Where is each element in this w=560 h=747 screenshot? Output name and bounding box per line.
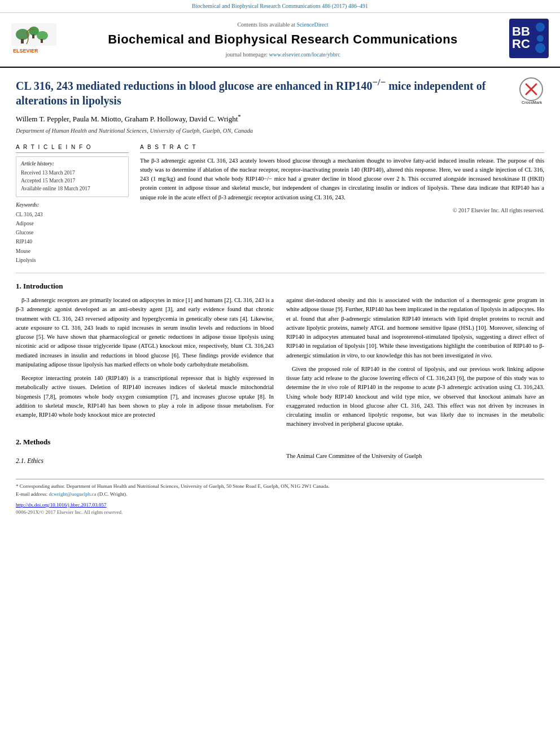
- email-name: (D.C. Wright).: [98, 491, 127, 497]
- methods-ethics-text: The Animal Care Committee of the Univers…: [286, 452, 544, 461]
- keywords-block: Keywords: CL 316, 243 Adipose Glucose RI…: [16, 202, 129, 265]
- received-date: Received 13 March 2017: [21, 169, 124, 177]
- author-asterisk: *: [238, 113, 240, 120]
- doi-line: http://dx.doi.org/10.1016/j.bbrc.2017.03…: [16, 501, 544, 509]
- intro-section-label: Introduction: [23, 282, 63, 290]
- svg-rect-4: [32, 34, 34, 38]
- svg-point-13: [535, 43, 545, 53]
- section-divider-1: [16, 273, 544, 273]
- keyword-2: Adipose: [16, 219, 129, 228]
- abstract-body: The β-3 adrenergic agonist CL 316, 243 a…: [140, 158, 544, 200]
- methods-section-label: Methods: [23, 438, 50, 446]
- intro-title: 1. Introduction: [16, 281, 544, 291]
- svg-text:ELSEVIER: ELSEVIER: [13, 48, 38, 54]
- methods-section: 2. Methods 2.1. Ethics The Animal Care C…: [16, 437, 544, 468]
- svg-text:CrossMark: CrossMark: [522, 101, 542, 104]
- methods-col-left: 2.1. Ethics: [16, 452, 274, 468]
- intro-body: β-3 adrenergic receptors are primarily l…: [16, 296, 544, 429]
- methods-title: 2. Methods: [16, 437, 544, 447]
- journal-title: Biochemical and Biophysical Research Com…: [62, 31, 504, 49]
- svg-rect-2: [21, 39, 24, 43]
- svg-point-5: [37, 31, 48, 40]
- svg-text:RC: RC: [512, 37, 530, 51]
- intro-para-4: Given the proposed role of RIP140 in the…: [286, 365, 544, 429]
- intro-section-num: 1.: [16, 282, 21, 290]
- copyright-line: © 2017 Elsevier Inc. All rights reserved…: [140, 207, 544, 215]
- ethics-label: Ethics: [27, 457, 43, 464]
- email-note: E-mail address: dcwright@uoguelph.ca (D.…: [16, 491, 544, 499]
- contents-prefix: Contents lists available at: [237, 21, 296, 28]
- intro-para-2: Receptor interacting protein 140 (RIP140…: [16, 374, 274, 420]
- bbrc-logo: BB RC: [509, 19, 549, 61]
- issn-line: 0006-291X/© 2017 Elsevier Inc. All right…: [16, 509, 544, 516]
- authors-line: Willem T. Peppler, Paula M. Miotto, Grah…: [16, 112, 544, 125]
- crossmark-badge: CrossMark: [519, 77, 544, 111]
- keyword-5: Mouse: [16, 247, 129, 256]
- methods-col-right: The Animal Care Committee of the Univers…: [286, 452, 544, 468]
- intro-para-3: against diet-induced obesity and this is…: [286, 296, 544, 360]
- doi-link[interactable]: http://dx.doi.org/10.1016/j.bbrc.2017.03…: [16, 502, 107, 508]
- footnote-area: * Corresponding author. Department of Hu…: [16, 479, 544, 516]
- svg-point-12: [537, 35, 544, 42]
- introduction-section: 1. Introduction β-3 adrenergic receptors…: [16, 281, 544, 429]
- intro-para-1: β-3 adrenergic receptors are primarily l…: [16, 296, 274, 369]
- svg-point-11: [536, 23, 545, 32]
- title-main: CL 316, 243 mediated reductions in blood…: [16, 80, 373, 92]
- footnote-asterisk-text: * Corresponding author. Department of Hu…: [16, 483, 329, 489]
- keyword-4: RIP140: [16, 237, 129, 246]
- abstract-header: A B S T R A C T: [140, 143, 544, 153]
- keywords-label: Keywords:: [16, 202, 129, 209]
- methods-section-num: 2.: [16, 438, 21, 446]
- homepage-link[interactable]: www.elsevier.com/locate/ybbrc: [269, 51, 340, 58]
- homepage-prefix: journal homepage:: [225, 51, 269, 58]
- journal-homepage: journal homepage: www.elsevier.com/locat…: [62, 51, 504, 59]
- article-info-header: A R T I C L E I N F O: [16, 143, 129, 153]
- methods-body: 2.1. Ethics The Animal Care Committee of…: [16, 452, 544, 468]
- journal-header: ELSEVIER Contents lists available at Sci…: [0, 13, 560, 68]
- affiliation-line: Department of Human Health and Nutrition…: [16, 127, 544, 136]
- ethics-subsection: 2.1. Ethics: [16, 456, 274, 465]
- title-superscript: −/−: [373, 77, 386, 88]
- top-banner: Biochemical and Biophysical Research Com…: [0, 0, 560, 13]
- corresponding-author-note: * Corresponding author. Department of Hu…: [16, 483, 544, 491]
- accepted-date: Accepted 15 March 2017: [21, 177, 124, 185]
- history-label: Article history:: [21, 160, 124, 168]
- journal-center: Contents lists available at ScienceDirec…: [62, 21, 504, 59]
- article-info-col: A R T I C L E I N F O Article history: R…: [16, 143, 129, 265]
- email-label: E-mail address:: [16, 491, 49, 497]
- intro-col-right: against diet-induced obesity and this is…: [286, 296, 544, 429]
- available-online: Available online 18 March 2017: [21, 185, 124, 193]
- ethics-start: The Animal Care Committee of the Univers…: [286, 453, 422, 459]
- main-content: CL 316, 243 mediated reductions in blood…: [0, 68, 560, 525]
- title-text: CL 316, 243 mediated reductions in blood…: [16, 80, 485, 107]
- article-history-block: Article history: Received 13 March 2017 …: [16, 156, 129, 197]
- keyword-3: Glucose: [16, 228, 129, 237]
- abstract-col: A B S T R A C T The β-3 adrenergic agoni…: [140, 143, 544, 265]
- sciencedirect-link[interactable]: ScienceDirect: [296, 21, 328, 28]
- keyword-1: CL 316, 243: [16, 210, 129, 219]
- intro-col-left: β-3 adrenergic receptors are primarily l…: [16, 296, 274, 429]
- author-email-link[interactable]: dcwright@uoguelph.ca: [49, 491, 96, 497]
- article-title-block: CL 316, 243 mediated reductions in blood…: [16, 77, 544, 108]
- ethics-num: 2.1.: [16, 457, 25, 464]
- elsevier-logo: ELSEVIER: [11, 23, 56, 57]
- authors-text: Willem T. Peppler, Paula M. Miotto, Grah…: [16, 115, 238, 124]
- svg-rect-6: [41, 39, 43, 43]
- abstract-text: The β-3 adrenergic agonist CL 316, 243 a…: [140, 156, 544, 202]
- article-info-abstract-section: A R T I C L E I N F O Article history: R…: [16, 143, 544, 265]
- banner-text: Biochemical and Biophysical Research Com…: [192, 3, 368, 9]
- keyword-6: Lipolysis: [16, 256, 129, 265]
- contents-line: Contents lists available at ScienceDirec…: [62, 21, 504, 29]
